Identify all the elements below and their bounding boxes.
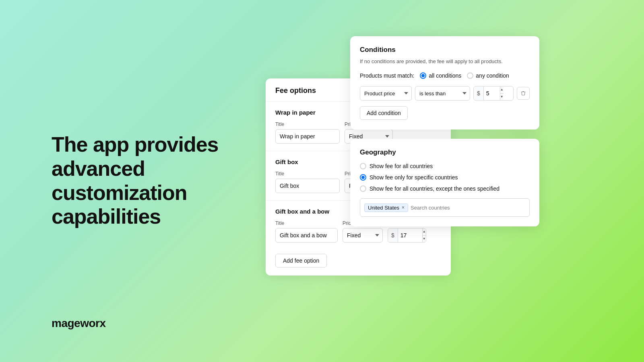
country-tag-us: United States ×: [364, 204, 408, 212]
condition-value-prefix: $: [474, 86, 484, 100]
condition-value-spinners: ▲ ▼: [500, 86, 504, 100]
add-condition-button[interactable]: Add condition: [360, 106, 408, 120]
condition-operator-select[interactable]: is less than is greater than equals: [415, 86, 470, 101]
title-input-wrap[interactable]: [275, 129, 340, 144]
title-field-group-wrap: Title: [275, 121, 340, 144]
match-all-dot: [421, 74, 425, 77]
geo-except-radio[interactable]: [360, 185, 366, 192]
conditions-panel: Conditions If no conditions are provided…: [350, 36, 539, 130]
conditions-title: Conditions: [360, 46, 530, 54]
title-input-gift-bow[interactable]: [275, 228, 338, 243]
match-any-radio[interactable]: [467, 72, 473, 79]
title-field-group-gift-bow: Title: [275, 220, 338, 243]
geography-panel: Geography Show fee for all countries Sho…: [350, 139, 539, 226]
value-prefix-gift-bow: $: [388, 228, 398, 242]
geo-except-option[interactable]: Show fee for all countries, except the o…: [360, 185, 530, 192]
title-label-gift-box: Title: [275, 171, 340, 177]
match-any-label: any condition: [476, 72, 509, 79]
value-input-gift-bow[interactable]: [398, 228, 422, 242]
title-field-group-gift-box: Title: [275, 171, 340, 193]
hero-text: The app provides advanced customization …: [52, 133, 241, 229]
geo-all-countries-option[interactable]: Show fee for all countries: [360, 163, 530, 169]
delete-condition-button[interactable]: [517, 87, 530, 100]
geo-specific-dot: [361, 176, 365, 179]
value-decrement[interactable]: ▼: [423, 236, 426, 243]
condition-value-increment[interactable]: ▲: [500, 86, 504, 94]
search-countries-box[interactable]: United States ×: [360, 198, 530, 217]
search-countries-input[interactable]: [411, 205, 525, 211]
match-label: Products must match:: [360, 72, 414, 79]
condition-row: Product price Product weight Product qty…: [360, 86, 530, 101]
left-section: The app provides advanced customization …: [52, 133, 241, 229]
title-label-wrap: Title: [275, 121, 340, 127]
condition-field-select[interactable]: Product price Product weight Product qty: [360, 86, 412, 101]
geography-title: Geography: [360, 148, 530, 156]
match-all-option[interactable]: all conditions: [420, 72, 461, 79]
value-field-gift-bow: $ ▲ ▼: [388, 228, 426, 243]
match-all-radio[interactable]: [420, 72, 426, 79]
add-fee-option-button[interactable]: Add fee option: [275, 254, 327, 267]
geo-specific-countries-option[interactable]: Show fee only for specific countries: [360, 174, 530, 181]
condition-value-decrement[interactable]: ▼: [500, 94, 504, 101]
match-any-option[interactable]: any condition: [467, 72, 509, 79]
geo-specific-radio[interactable]: [360, 174, 366, 181]
geo-except-label: Show fee for all countries, except the o…: [369, 185, 500, 192]
value-increment[interactable]: ▲: [423, 228, 426, 236]
condition-value-input[interactable]: [484, 86, 500, 100]
title-input-gift-box[interactable]: [275, 179, 340, 193]
country-tag-us-label: United States: [368, 205, 399, 211]
brand-logo: mageworx: [52, 317, 106, 330]
geo-specific-label: Show fee only for specific countries: [369, 174, 458, 181]
geo-all-label: Show fee for all countries: [369, 163, 433, 169]
match-row: Products must match: all conditions any …: [360, 72, 530, 79]
conditions-subtitle: If no conditions are provided, the fee w…: [360, 58, 530, 65]
value-spinners-gift-bow: ▲ ▼: [422, 228, 426, 242]
country-tag-us-remove[interactable]: ×: [402, 205, 405, 210]
title-label-gift-bow: Title: [275, 220, 338, 226]
condition-value-field: $ ▲ ▼: [473, 86, 514, 101]
match-all-label: all conditions: [429, 72, 461, 79]
price-type-select-gift-bow[interactable]: Fixed Percent: [343, 228, 383, 243]
trash-icon: [520, 90, 526, 96]
geo-all-radio[interactable]: [360, 163, 366, 169]
